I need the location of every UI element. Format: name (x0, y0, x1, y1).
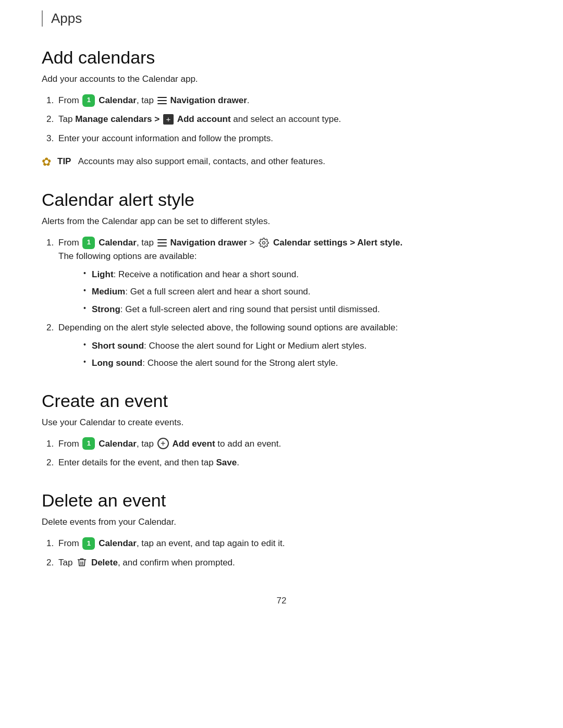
nav-drawer-label-2: Navigation drawer (170, 238, 247, 248)
bullet-long-sound: Long sound: Choose the alert sound for t… (83, 356, 521, 370)
calendar-label-4: Calendar (99, 538, 137, 548)
steps-add-calendars: From 1 Calendar, tap Navigation drawer. … (56, 94, 521, 145)
bullet-medium: Medium: Get a full screen alert and hear… (83, 285, 521, 299)
step-2-calendar-alert-style: Depending on the alert style selected ab… (56, 321, 521, 369)
bullet-strong: Strong: Get a full-screen alert and ring… (83, 303, 521, 316)
heading-add-calendars: Add calendars (42, 47, 521, 68)
intro-delete-event: Delete events from your Calendar. (42, 517, 521, 527)
step-2-add-calendars: Tap Manage calendars > + Add account and… (56, 113, 521, 126)
step-1-delete-event: From 1 Calendar, tap an event, and tap a… (56, 537, 521, 550)
section-delete-event: Delete an event Delete events from your … (42, 490, 521, 570)
add-account-label: Add account (177, 114, 231, 124)
heading-delete-event: Delete an event (42, 490, 521, 511)
section-calendar-alert-style: Calendar alert style Alerts from the Cal… (42, 190, 521, 370)
long-sound-label: Long sound (92, 358, 142, 368)
bullet-light: Light: Receive a notification and hear a… (83, 268, 521, 281)
intro-add-calendars: Add your accounts to the Calendar app. (42, 74, 521, 84)
steps-delete-event: From 1 Calendar, tap an event, and tap a… (56, 537, 521, 570)
step-2-delete-event: Tap Delete, and confirm when prompted. (56, 556, 521, 570)
calendar-label-2: Calendar (99, 238, 137, 248)
add-event-icon: + (157, 438, 169, 449)
save-label: Save (216, 458, 237, 467)
short-sound-label: Short sound (92, 341, 144, 351)
calendar-app-icon-4: 1 (82, 537, 95, 550)
nav-drawer-icon (157, 97, 167, 104)
page-number: 72 (42, 596, 521, 606)
trash-icon (76, 557, 88, 568)
nav-drawer-label: Navigation drawer (170, 95, 247, 105)
tip-box: ✿ TIP Accounts may also support email, c… (42, 155, 521, 169)
calendar-label-3: Calendar (99, 439, 137, 449)
step-1-add-calendars: From 1 Calendar, tap Navigation drawer. (56, 94, 521, 107)
intro-calendar-alert-style: Alerts from the Calendar app can be set … (42, 216, 521, 227)
add-event-label: Add event (172, 439, 215, 449)
page-container: Apps Add calendars Add your accounts to … (0, 0, 563, 728)
step-1-calendar-alert-style: From 1 Calendar, tap Navigation drawer >… (56, 236, 521, 316)
settings-gear-icon (258, 237, 270, 249)
header-title: Apps (51, 10, 82, 26)
step-1-create-event: From 1 Calendar, tap + Add event to add … (56, 437, 521, 451)
tip-label: TIP (57, 156, 71, 166)
calendar-app-icon: 1 (82, 94, 95, 107)
sound-options-bullets: Short sound: Choose the alert sound for … (83, 339, 521, 370)
manage-calendars-label: Manage calendars > (75, 114, 160, 124)
section-add-calendars: Add calendars Add your accounts to the C… (42, 47, 521, 169)
header: Apps (42, 10, 521, 27)
intro-create-event: Use your Calendar to create events. (42, 417, 521, 428)
add-account-icon: + (163, 114, 174, 125)
nav-drawer-icon-2 (157, 239, 167, 246)
step-3-add-calendars: Enter your account information and follo… (56, 132, 521, 145)
calendar-settings-label: Calendar settings > Alert style. (273, 238, 402, 248)
delete-label: Delete (91, 558, 118, 567)
step-2-create-event: Enter details for the event, and then ta… (56, 456, 521, 470)
heading-create-event: Create an event (42, 391, 521, 411)
app-name-calendar: Calendar (99, 95, 137, 105)
bullet-short-sound: Short sound: Choose the alert sound for … (83, 339, 521, 353)
svg-point-0 (263, 241, 265, 244)
calendar-app-icon-3: 1 (82, 437, 95, 450)
alert-style-bullets: Light: Receive a notification and hear a… (83, 268, 521, 316)
light-label: Light (92, 269, 114, 279)
heading-calendar-alert-style: Calendar alert style (42, 190, 521, 210)
strong-label: Strong (92, 304, 120, 314)
section-create-event: Create an event Use your Calendar to cre… (42, 391, 521, 470)
steps-calendar-alert-style: From 1 Calendar, tap Navigation drawer >… (56, 236, 521, 370)
alert-style-subtext: The following options are available: (58, 251, 197, 261)
tip-icon: ✿ (42, 155, 51, 169)
steps-create-event: From 1 Calendar, tap + Add event to add … (56, 437, 521, 470)
calendar-app-icon-2: 1 (82, 237, 95, 249)
tip-text: TIP Accounts may also support email, con… (57, 155, 325, 168)
medium-label: Medium (92, 287, 125, 297)
